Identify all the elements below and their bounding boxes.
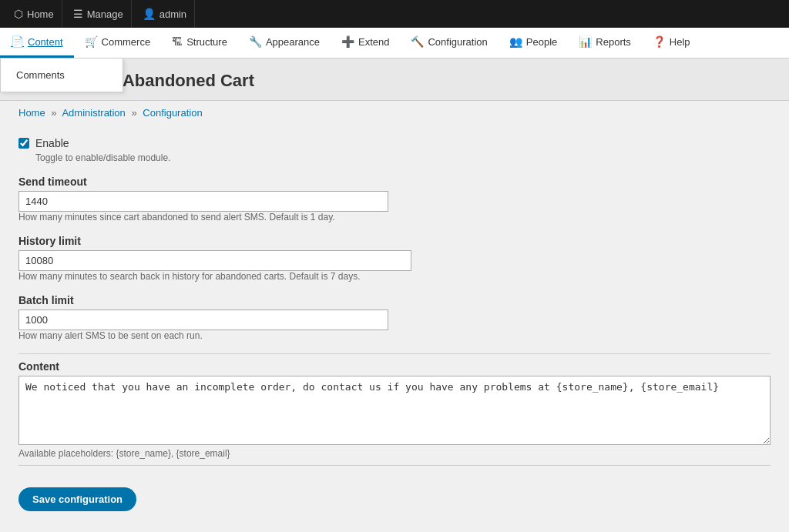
history-limit-label: History limit	[18, 235, 771, 247]
breadcrumb-home[interactable]: Home	[18, 107, 45, 119]
page-title: MoceanSMS Abandoned Cart	[18, 71, 771, 91]
breadcrumb-sep-1: »	[51, 107, 56, 119]
content-nav-icon: 📄	[11, 35, 24, 48]
commerce-nav-icon: 🛒	[85, 35, 98, 48]
admin-bar-admin[interactable]: 👤 admin	[135, 0, 195, 28]
main-nav: 📄 Content 🛒 Commerce 🏗 Structure 🔧 Appea…	[0, 28, 789, 59]
admin-bar: ⬡ Home ☰ Manage 👤 admin	[0, 0, 789, 28]
enable-group: Enable Toggle to enable/disable module.	[18, 137, 771, 163]
placeholders-value: Available placeholders: {store_name}, {s…	[18, 448, 230, 459]
batch-limit-help: How many alert SMS to be sent on each ru…	[18, 330, 771, 341]
nav-structure[interactable]: 🏗 Structure	[161, 28, 238, 58]
history-limit-help: How many minutes to search back in histo…	[18, 271, 771, 282]
batch-limit-group: Batch limit How many alert SMS to be sen…	[18, 294, 771, 341]
user-icon: 👤	[143, 8, 156, 20]
batch-limit-label: Batch limit	[18, 294, 771, 306]
nav-extend[interactable]: ➕ Extend	[331, 28, 400, 58]
extend-nav-icon: ➕	[341, 35, 354, 48]
content-group: Content We noticed that you have an inco…	[18, 353, 771, 466]
send-timeout-help: How many minutes since cart abandoned to…	[18, 212, 771, 223]
dropdown-comments[interactable]: Comments	[1, 65, 123, 85]
nav-appearance[interactable]: 🔧 Appearance	[238, 28, 331, 58]
configuration-nav-icon: 🔨	[411, 35, 424, 48]
main-content: Enable Toggle to enable/disable module. …	[0, 125, 789, 524]
nav-help[interactable]: ❓ Help	[642, 28, 701, 58]
enable-checkbox[interactable]	[18, 138, 29, 149]
manage-icon: ☰	[73, 8, 83, 20]
breadcrumb-configuration[interactable]: Configuration	[143, 107, 202, 119]
placeholders-text: Available placeholders: {store_name}, {s…	[18, 448, 771, 466]
content-label: Content	[18, 353, 771, 373]
breadcrumb-sep-2: »	[131, 107, 136, 119]
admin-bar-home[interactable]: ⬡ Home	[6, 0, 62, 28]
appearance-nav-icon: 🔧	[249, 35, 262, 48]
history-limit-input[interactable]	[18, 250, 411, 271]
history-limit-group: History limit How many minutes to search…	[18, 235, 771, 282]
nav-configuration[interactable]: 🔨 Configuration	[400, 28, 498, 58]
nav-commerce[interactable]: 🛒 Commerce	[74, 28, 162, 58]
send-timeout-group: Send timeout How many minutes since cart…	[18, 176, 771, 223]
save-configuration-button[interactable]: Save configuration	[18, 487, 136, 511]
send-timeout-input[interactable]	[18, 191, 388, 212]
structure-nav-icon: 🏗	[172, 35, 183, 48]
enable-row: Enable	[18, 137, 771, 149]
reports-nav-icon: 📊	[579, 35, 592, 48]
breadcrumb: Home » Administration » Configuration	[0, 101, 789, 125]
send-timeout-label: Send timeout	[18, 176, 771, 188]
nav-content[interactable]: 📄 Content	[0, 28, 74, 58]
enable-label[interactable]: Enable	[35, 137, 69, 149]
nav-people[interactable]: 👥 People	[499, 28, 568, 58]
content-dropdown: Comments	[0, 59, 123, 92]
batch-limit-input[interactable]	[18, 309, 388, 330]
home-icon: ⬡	[14, 8, 23, 20]
nav-reports[interactable]: 📊 Reports	[568, 28, 642, 58]
people-nav-icon: 👥	[509, 35, 522, 48]
content-textarea[interactable]: We noticed that you have an incomplete o…	[18, 376, 771, 445]
help-nav-icon: ❓	[653, 35, 666, 48]
admin-bar-manage[interactable]: ☰ Manage	[65, 0, 132, 28]
breadcrumb-administration[interactable]: Administration	[62, 107, 125, 119]
enable-help-text: Toggle to enable/disable module.	[35, 152, 771, 163]
